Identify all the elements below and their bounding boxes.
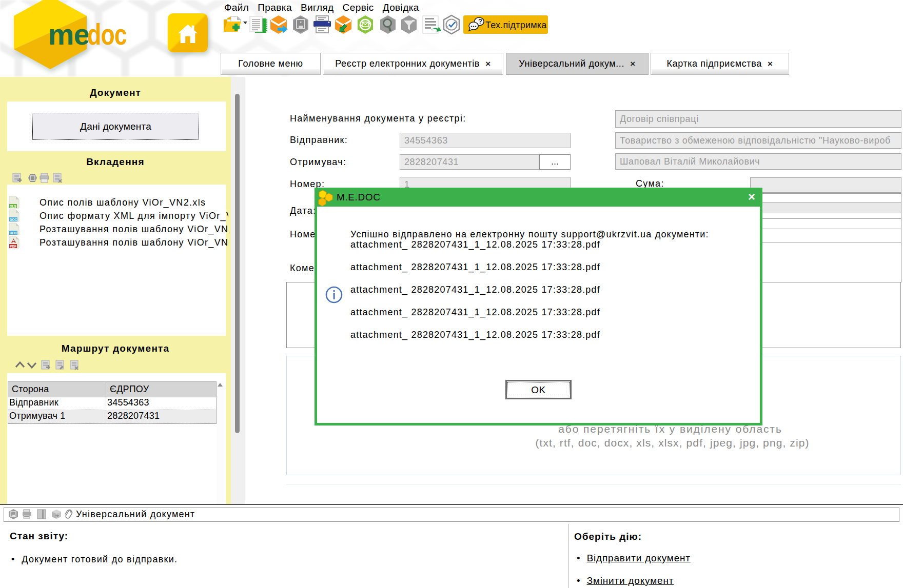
svg-text:XLS: XLS bbox=[10, 205, 16, 208]
svg-text:PDF: PDF bbox=[10, 245, 16, 248]
svg-text:DOC: DOC bbox=[10, 231, 17, 235]
svg-text:DOC: DOC bbox=[10, 218, 17, 221]
svg-text:?: ? bbox=[478, 17, 482, 25]
